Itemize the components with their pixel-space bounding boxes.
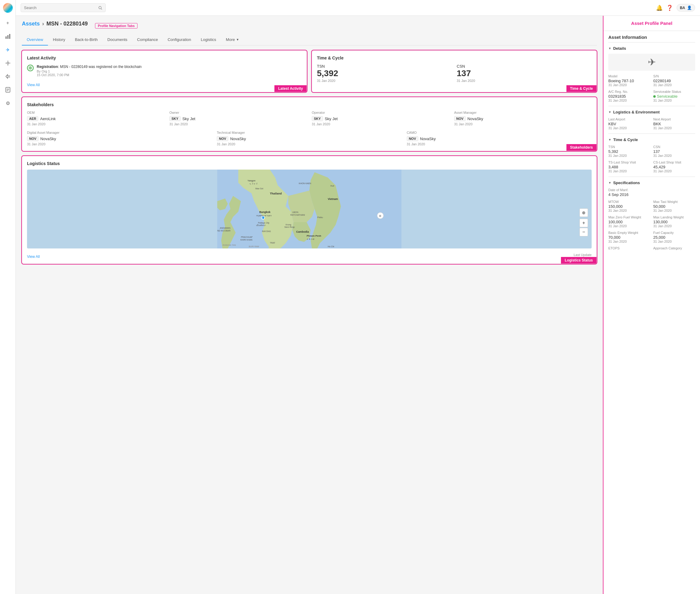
map-container: Thailand Vietnam Cambodia Yangon ရန်ကုန်… (27, 170, 592, 249)
breadcrumb-link[interactable]: Assets (22, 21, 40, 27)
sidebar-item-assets[interactable]: ✈ (2, 44, 13, 55)
activity-type: Registration (37, 65, 58, 69)
tab-compliance[interactable]: Compliance (132, 34, 163, 45)
svg-text:Vietnam: Vietnam (328, 197, 338, 201)
details-group: ▼ Details ✈ Model Boeing 787-10 31 Jan 2… (603, 42, 700, 106)
svg-text:✈: ✈ (262, 217, 263, 219)
activity-by: By Org 1 (37, 69, 142, 73)
stakeholder-oem: OEM AER AeroLink 31 Jan 2020 (27, 111, 164, 126)
view-all-activity[interactable]: View All (27, 83, 40, 87)
sidebar-item-add[interactable]: + (2, 18, 13, 29)
panel-time-cycle-group-header[interactable]: ▼ Time & Cycle (608, 137, 695, 142)
panel-header: Asset Profile Panel (603, 16, 700, 31)
svg-text:ANDAMAN: ANDAMAN (220, 227, 230, 229)
stakeholders-row1: OEM AER AeroLink 31 Jan 2020 Owner SKY (27, 111, 592, 126)
tab-overview[interactable]: Overview (22, 34, 48, 45)
activity-item: Registration: MSN - 02280149 was registe… (27, 64, 302, 77)
approach-category-label: Approach Category (653, 246, 695, 250)
panel-time-cycle-group-label: Time & Cycle (613, 137, 638, 142)
last-updated-text: Last Update (574, 253, 592, 257)
user-icon: 👤 (687, 5, 692, 10)
serviceable-value: Serviceable (653, 94, 695, 99)
panel-title: Asset Profile Panel (608, 21, 695, 26)
sidebar-item-documents[interactable] (2, 84, 13, 95)
svg-text:Thailand: Thailand (270, 192, 282, 195)
tab-logistics[interactable]: Logistics (196, 34, 221, 45)
model-label: Model (608, 74, 650, 78)
logistics-status-title: Logistics Status (27, 161, 592, 166)
fuel-capacity-date: 31 Jan 2020 (653, 240, 695, 243)
logistics-env-group-header[interactable]: ▼ Logistics & Environment (608, 110, 695, 114)
sidebar-item-maintenance[interactable] (2, 58, 13, 69)
map-zoom-out-button[interactable]: − (579, 228, 588, 236)
logistics-footer: View All Last Update (27, 251, 592, 259)
max-zfw-date: 31 Jan 2020 (608, 224, 650, 228)
stakeholders-card-label: Stakeholders (567, 144, 597, 151)
notification-icon[interactable]: 🔔 (656, 5, 663, 11)
tsn-label: TSN (317, 64, 325, 69)
svg-text:Phnom Penh: Phnom Penh (307, 234, 321, 237)
map-locate-button[interactable]: ⊕ (579, 208, 588, 217)
view-all-logistics[interactable]: View All (27, 255, 40, 259)
tab-back-to-birth[interactable]: Back-to-Birth (70, 34, 103, 45)
dam-role-label: Digital Asset Manager (27, 131, 212, 134)
user-badge[interactable]: BA 👤 (677, 4, 695, 11)
panel-time-cycle-grid: TSN 5,392 31 Jan 2020 CSN 137 31 Jan 202… (608, 145, 695, 173)
bew-date: 31 Jan 2020 (608, 240, 650, 243)
main-content: Assets › MSN - 02280149 Profile Navigati… (16, 16, 603, 594)
oem-name: AeroLink (40, 117, 56, 121)
asset-manager-role-label: Asset Manager (454, 111, 592, 114)
max-lw-date: 31 Jan 2020 (653, 224, 695, 228)
tm-badge-row: NOV NovaSky (217, 136, 402, 141)
app-logo[interactable] (3, 3, 13, 13)
last-airport-date: 31 Jan 2020 (608, 126, 650, 130)
details-grid: Model Boeing 787-10 31 Jan 2020 S/N 0228… (608, 74, 695, 102)
asset-profile-panel: Asset Profile Panel Asset Information ▼ … (603, 16, 700, 594)
dam-badge: NOV (27, 136, 38, 141)
svg-text:Bangkok: Bangkok (259, 210, 271, 213)
ts-shop-date: 31 Jan 2020 (608, 169, 650, 173)
chevron-down-icon: ▼ (236, 38, 239, 41)
tab-more[interactable]: More ▼ (221, 34, 244, 45)
svg-point-3 (7, 62, 9, 64)
svg-text:Ho Chi: Ho Chi (328, 245, 335, 248)
sidebar: + ✈ ⚙ (0, 0, 16, 594)
search-box[interactable] (21, 3, 106, 12)
sn-label: S/N (653, 74, 695, 78)
ts-shop-field: TS-Last Shop Visit 3,488 31 Jan 2020 (608, 161, 650, 173)
csn-block: CSN 137 31 Jan 2020 (457, 64, 592, 82)
svg-text:TRAT: TRAT (270, 242, 275, 244)
sidebar-item-settings[interactable]: ⚙ (2, 98, 13, 109)
sidebar-item-analytics[interactable] (2, 31, 13, 42)
content-area: Assets › MSN - 02280149 Profile Navigati… (16, 16, 700, 594)
svg-text:Pattaya City: Pattaya City (258, 222, 269, 224)
operator-name: Sky Jet (325, 117, 338, 121)
logistics-status-card: Logistics Status (22, 156, 597, 264)
stakeholders-card: Stakeholders OEM AER AeroLink 31 Jan 202… (22, 97, 597, 151)
search-input[interactable] (24, 5, 96, 10)
specifications-group-header[interactable]: ▼ Specifications (608, 180, 695, 185)
camo-name: NovaSky (420, 136, 436, 141)
tab-history[interactable]: History (48, 34, 70, 45)
sidebar-item-workflow[interactable] (2, 71, 13, 82)
details-group-header[interactable]: ▼ Details (608, 46, 695, 51)
max-lw-label: Max Landing Weight (653, 216, 695, 219)
next-airport-value: BKK (653, 122, 695, 126)
svg-text:ភ្នំពេញ: ភ្នំពេញ (307, 238, 315, 240)
help-icon[interactable]: ❓ (666, 5, 673, 11)
csn-label: CSN (457, 64, 465, 69)
time-cycle-card-label: Time & Cycle (567, 85, 597, 92)
panel-time-cycle-group: ▼ Time & Cycle TSN 5,392 31 Jan 2020 CSN… (603, 134, 700, 176)
specs-grid-1: MTOW 150,000 31 Jan 2020 Max Taxi Weight… (608, 200, 695, 243)
tsn-value: 5,392 (317, 69, 452, 78)
owner-name: Sky Jet (183, 117, 195, 121)
tab-documents[interactable]: Documents (103, 34, 132, 45)
stakeholder-digital-asset-manager: Digital Asset Manager NOV NovaSky 31 Jan… (27, 131, 212, 146)
svg-text:Pleiku: Pleiku (317, 216, 323, 219)
map-zoom-in-button[interactable]: + (579, 219, 588, 227)
logistics-env-grid: Last Airport KBV 31 Jan 2020 Next Airpor… (608, 118, 695, 130)
tab-configuration[interactable]: Configuration (163, 34, 196, 45)
logistics-status-card-label: Logistics Status (561, 257, 597, 264)
serviceable-label: Serviceable Status (653, 90, 695, 93)
logistics-env-group-label: Logistics & Environment (613, 110, 660, 114)
